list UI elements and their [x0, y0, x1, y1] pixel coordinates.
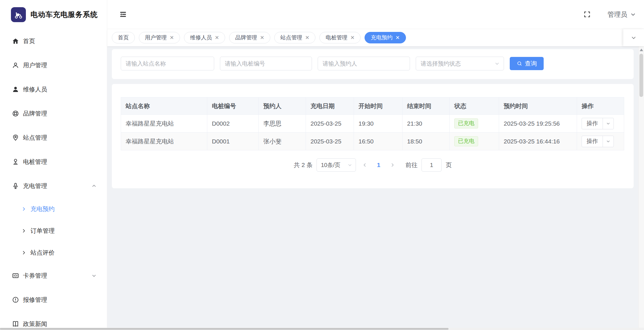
chevron-right-icon [22, 207, 26, 211]
book-icon [12, 321, 19, 327]
microphone-icon [12, 183, 19, 189]
row-action-dropdown-button[interactable]: 操作 [582, 118, 614, 129]
pagination: 共 2 条 10条/页 1 前往 [121, 158, 625, 172]
col-date: 充电日期 [306, 97, 354, 115]
sidebar-subitem-charging-reservation[interactable]: 充电预约 [0, 198, 107, 220]
location-icon [12, 134, 19, 141]
chevron-up-icon [91, 183, 97, 189]
prev-page-icon[interactable] [360, 160, 370, 170]
chevron-down-icon [91, 273, 97, 278]
close-icon[interactable]: ✕ [170, 35, 174, 40]
sidebar-item-repair-management[interactable]: 报修管理 [0, 288, 107, 312]
chevron-down-icon [494, 61, 500, 66]
user-menu[interactable]: 管理员 [607, 10, 636, 19]
status-badge: 已充电 [454, 136, 478, 146]
reservation-status-select[interactable]: 请选择预约状态 [416, 57, 504, 70]
tab-user-management[interactable]: 用户管理✕ [139, 32, 180, 43]
sidebar-subitem-order-management[interactable]: 订单管理 [0, 220, 107, 242]
pagination-total: 共 2 条 [294, 161, 313, 169]
search-button[interactable]: 查询 [510, 57, 544, 70]
horizontal-scrollbar-thumb[interactable] [0, 328, 448, 330]
tab-pile-management[interactable]: 电桩管理✕ [319, 32, 361, 43]
fullscreen-icon[interactable] [583, 10, 591, 19]
col-person: 预约人 [259, 97, 306, 115]
warning-icon [12, 296, 19, 303]
tab-charging-reservation[interactable]: 充电预约✕ [365, 32, 406, 43]
sidebar: 电动车充电服务系统 首页 用户管理 维修人员 品牌管理 [0, 0, 107, 330]
scroll-up-arrow-icon[interactable] [640, 49, 643, 51]
sidebar-item-policy-news[interactable]: 政策新闻 [0, 312, 107, 330]
sidebar-item-charging-management[interactable]: 充电管理 [0, 174, 107, 198]
top-header: 管理员 [107, 0, 644, 29]
col-status: 状态 [450, 97, 499, 115]
col-reserved-at: 预约时间 [499, 97, 577, 115]
chevron-down-icon [348, 163, 352, 167]
page-size-select[interactable]: 10条/页 [317, 158, 356, 172]
sidebar-item-charging-piles[interactable]: 电桩管理 [0, 150, 107, 174]
col-start: 开始时间 [354, 97, 402, 115]
chevron-right-icon [22, 250, 26, 255]
reservation-table-panel: 站点名称 电桩编号 预约人 充电日期 开始时间 结束时间 状态 预约时间 操作 [112, 84, 634, 188]
sidebar-item-home[interactable]: 首页 [0, 29, 107, 53]
row-action-dropdown-button[interactable]: 操作 [582, 136, 614, 147]
chevron-down-icon[interactable] [603, 136, 614, 147]
app-root: 电动车充电服务系统 首页 用户管理 维修人员 品牌管理 [0, 0, 644, 330]
vertical-scrollbar[interactable] [638, 46, 644, 328]
horizontal-scrollbar[interactable] [0, 328, 644, 330]
reserver-input[interactable] [318, 57, 410, 70]
tab-home[interactable]: 首页 [112, 32, 135, 43]
page-number-1[interactable]: 1 [374, 162, 384, 168]
coupon-icon [12, 272, 19, 279]
tab-maintenance-staff[interactable]: 维修人员✕ [184, 32, 225, 43]
logo-area: 电动车充电服务系统 [0, 0, 107, 29]
col-station: 站点名称 [121, 97, 207, 115]
sidebar-item-stations[interactable]: 站点管理 [0, 126, 107, 150]
chevron-down-icon [630, 11, 636, 17]
table-row: 幸福路星星充电站 D0001 张小斐 2025-03-25 16:50 18:5… [121, 133, 624, 150]
close-icon[interactable]: ✕ [350, 35, 354, 40]
next-page-icon[interactable] [388, 160, 397, 170]
main-area: 管理员 首页 用户管理✕ 维修人员✕ 品牌管理✕ 站点管理✕ [107, 0, 644, 330]
tab-station-management[interactable]: 站点管理✕ [274, 32, 315, 43]
sidebar-item-coupons[interactable]: 卡券管理 [0, 264, 107, 288]
sidebar-collapse-icon[interactable] [119, 10, 127, 19]
chevron-down-icon[interactable] [603, 118, 614, 129]
goto-label: 前往 [405, 161, 417, 169]
sidebar-item-users[interactable]: 用户管理 [0, 53, 107, 77]
user-filled-icon [12, 86, 19, 93]
charging-pile-icon [12, 158, 19, 165]
chevron-right-icon [22, 229, 26, 233]
tab-overflow-button[interactable] [623, 29, 644, 46]
reservation-table: 站点名称 电桩编号 预约人 充电日期 开始时间 结束时间 状态 预约时间 操作 [121, 97, 624, 150]
vertical-scrollbar-thumb[interactable] [639, 54, 643, 97]
col-actions: 操作 [577, 97, 624, 115]
col-pile: 电桩编号 [207, 97, 259, 115]
sidebar-subitem-station-reviews[interactable]: 站点评价 [0, 242, 107, 264]
station-name-input[interactable] [121, 57, 214, 70]
close-icon[interactable]: ✕ [260, 35, 264, 40]
user-name: 管理员 [607, 10, 627, 19]
tab-bar: 首页 用户管理✕ 维修人员✕ 品牌管理✕ 站点管理✕ 电桩管理✕ 充电预约✕ [107, 29, 644, 46]
search-panel: 请选择预约状态 查询 [112, 49, 634, 79]
close-icon[interactable]: ✕ [395, 35, 400, 40]
col-end: 结束时间 [402, 97, 450, 115]
app-logo-icon [11, 7, 26, 22]
table-header-row: 站点名称 电桩编号 预约人 充电日期 开始时间 结束时间 状态 预约时间 操作 [121, 97, 624, 115]
search-icon [517, 61, 522, 66]
tab-brand-management[interactable]: 品牌管理✕ [229, 32, 270, 43]
page-content: 请选择预约状态 查询 [107, 46, 644, 330]
app-title: 电动车充电服务系统 [30, 10, 98, 19]
brand-icon [12, 110, 19, 117]
close-icon[interactable]: ✕ [305, 35, 309, 40]
page-unit-label: 页 [446, 161, 452, 169]
chevron-down-icon [631, 35, 637, 41]
home-icon [12, 38, 19, 45]
user-icon [12, 62, 19, 69]
sidebar-item-brands[interactable]: 品牌管理 [0, 101, 107, 126]
goto-page-input[interactable] [421, 158, 442, 172]
status-badge: 已充电 [454, 118, 478, 128]
table-row: 幸福路星星充电站 D0002 李思思 2025-03-25 19:30 21:3… [121, 115, 624, 133]
pile-number-input[interactable] [220, 57, 312, 70]
sidebar-item-maintenance-staff[interactable]: 维修人员 [0, 77, 107, 101]
close-icon[interactable]: ✕ [215, 35, 219, 40]
